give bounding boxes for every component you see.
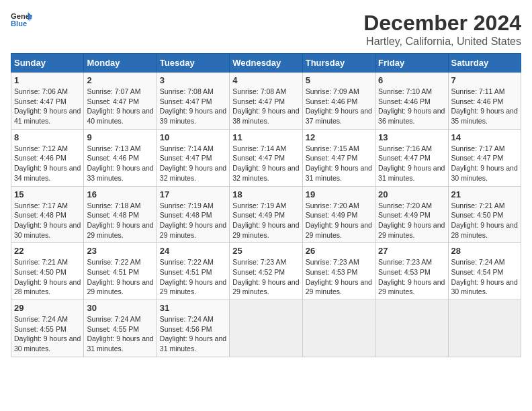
day-number: 31 <box>160 303 226 313</box>
day-number: 27 <box>378 246 445 256</box>
calendar-week-3: 15Sunrise: 7:17 AMSunset: 4:48 PMDayligh… <box>11 186 521 243</box>
calendar-cell: 14Sunrise: 7:17 AMSunset: 4:47 PMDayligh… <box>448 129 521 186</box>
logo-icon: General Blue <box>11 11 32 30</box>
day-number: 18 <box>232 189 299 199</box>
day-number: 17 <box>160 189 226 199</box>
day-info: Sunrise: 7:14 AMSunset: 4:47 PMDaylight:… <box>232 144 299 183</box>
day-info: Sunrise: 7:24 AMSunset: 4:55 PMDaylight:… <box>87 314 153 354</box>
weekday-header-monday: Monday <box>84 54 157 73</box>
day-info: Sunrise: 7:24 AMSunset: 4:54 PMDaylight:… <box>451 257 518 297</box>
calendar-week-1: 1Sunrise: 7:06 AMSunset: 4:47 PMDaylight… <box>11 73 521 130</box>
calendar-cell: 18Sunrise: 7:19 AMSunset: 4:49 PMDayligh… <box>230 186 302 243</box>
calendar-cell: 28Sunrise: 7:24 AMSunset: 4:54 PMDayligh… <box>448 243 521 300</box>
day-number: 12 <box>306 132 372 142</box>
day-info: Sunrise: 7:15 AMSunset: 4:47 PMDaylight:… <box>306 144 372 183</box>
calendar-cell: 29Sunrise: 7:24 AMSunset: 4:55 PMDayligh… <box>11 300 84 357</box>
calendar-cell: 7Sunrise: 7:11 AMSunset: 4:46 PMDaylight… <box>448 73 521 130</box>
day-info: Sunrise: 7:21 AMSunset: 4:50 PMDaylight:… <box>451 201 518 240</box>
calendar-cell: 24Sunrise: 7:22 AMSunset: 4:51 PMDayligh… <box>157 243 229 300</box>
calendar-cell: 27Sunrise: 7:23 AMSunset: 4:53 PMDayligh… <box>375 243 448 300</box>
day-info: Sunrise: 7:20 AMSunset: 4:49 PMDaylight:… <box>378 201 445 240</box>
day-info: Sunrise: 7:17 AMSunset: 4:48 PMDaylight:… <box>14 201 81 240</box>
day-number: 26 <box>306 246 372 256</box>
calendar-cell: 30Sunrise: 7:24 AMSunset: 4:55 PMDayligh… <box>84 300 157 357</box>
day-number: 4 <box>232 75 299 85</box>
subtitle: Hartley, California, United States <box>363 36 521 48</box>
day-info: Sunrise: 7:12 AMSunset: 4:46 PMDaylight:… <box>14 144 81 183</box>
calendar-cell: 25Sunrise: 7:23 AMSunset: 4:52 PMDayligh… <box>230 243 302 300</box>
logo: General Blue <box>11 11 32 30</box>
day-number: 15 <box>14 189 81 199</box>
calendar-cell: 9Sunrise: 7:13 AMSunset: 4:46 PMDaylight… <box>84 129 157 186</box>
calendar-cell: 11Sunrise: 7:14 AMSunset: 4:47 PMDayligh… <box>230 129 302 186</box>
calendar-cell: 6Sunrise: 7:10 AMSunset: 4:46 PMDaylight… <box>375 73 448 130</box>
calendar-week-5: 29Sunrise: 7:24 AMSunset: 4:55 PMDayligh… <box>11 300 521 357</box>
day-number: 16 <box>87 189 153 199</box>
weekday-header-sunday: Sunday <box>11 54 84 73</box>
day-info: Sunrise: 7:08 AMSunset: 4:47 PMDaylight:… <box>160 87 226 126</box>
day-number: 1 <box>14 75 81 85</box>
day-number: 5 <box>306 75 372 85</box>
day-number: 7 <box>451 75 518 85</box>
calendar-cell: 3Sunrise: 7:08 AMSunset: 4:47 PMDaylight… <box>157 73 229 130</box>
calendar-cell <box>230 300 302 357</box>
day-info: Sunrise: 7:18 AMSunset: 4:48 PMDaylight:… <box>87 201 153 240</box>
calendar-cell: 12Sunrise: 7:15 AMSunset: 4:47 PMDayligh… <box>302 129 375 186</box>
day-number: 8 <box>14 132 81 142</box>
day-info: Sunrise: 7:21 AMSunset: 4:50 PMDaylight:… <box>14 257 81 297</box>
calendar-cell: 15Sunrise: 7:17 AMSunset: 4:48 PMDayligh… <box>11 186 84 243</box>
day-info: Sunrise: 7:14 AMSunset: 4:47 PMDaylight:… <box>160 144 226 183</box>
calendar-cell <box>302 300 375 357</box>
svg-text:Blue: Blue <box>11 19 27 28</box>
calendar-cell: 13Sunrise: 7:16 AMSunset: 4:47 PMDayligh… <box>375 129 448 186</box>
day-number: 21 <box>451 189 518 199</box>
day-info: Sunrise: 7:24 AMSunset: 4:56 PMDaylight:… <box>160 314 226 354</box>
calendar-cell: 20Sunrise: 7:20 AMSunset: 4:49 PMDayligh… <box>375 186 448 243</box>
day-number: 29 <box>14 303 81 313</box>
day-number: 19 <box>306 189 372 199</box>
weekday-header-row: SundayMondayTuesdayWednesdayThursdayFrid… <box>11 54 521 73</box>
day-info: Sunrise: 7:22 AMSunset: 4:51 PMDaylight:… <box>160 257 226 297</box>
weekday-header-wednesday: Wednesday <box>230 54 302 73</box>
day-info: Sunrise: 7:13 AMSunset: 4:46 PMDaylight:… <box>87 144 153 183</box>
calendar-cell <box>375 300 448 357</box>
day-info: Sunrise: 7:19 AMSunset: 4:49 PMDaylight:… <box>232 201 299 240</box>
day-number: 6 <box>378 75 445 85</box>
header-area: General Blue December 2024 Hartley, Cali… <box>11 11 521 48</box>
calendar-cell: 8Sunrise: 7:12 AMSunset: 4:46 PMDaylight… <box>11 129 84 186</box>
day-number: 13 <box>378 132 445 142</box>
day-info: Sunrise: 7:08 AMSunset: 4:47 PMDaylight:… <box>232 87 299 126</box>
weekday-header-saturday: Saturday <box>448 54 521 73</box>
calendar-table: SundayMondayTuesdayWednesdayThursdayFrid… <box>11 53 521 357</box>
day-info: Sunrise: 7:17 AMSunset: 4:47 PMDaylight:… <box>451 144 518 183</box>
calendar-cell: 19Sunrise: 7:20 AMSunset: 4:49 PMDayligh… <box>302 186 375 243</box>
day-info: Sunrise: 7:10 AMSunset: 4:46 PMDaylight:… <box>378 87 445 126</box>
day-info: Sunrise: 7:24 AMSunset: 4:55 PMDaylight:… <box>14 314 81 354</box>
calendar-cell: 5Sunrise: 7:09 AMSunset: 4:46 PMDaylight… <box>302 73 375 130</box>
calendar-cell: 26Sunrise: 7:23 AMSunset: 4:53 PMDayligh… <box>302 243 375 300</box>
day-number: 20 <box>378 189 445 199</box>
day-number: 23 <box>87 246 153 256</box>
day-number: 9 <box>87 132 153 142</box>
day-number: 22 <box>14 246 81 256</box>
weekday-header-tuesday: Tuesday <box>157 54 229 73</box>
day-info: Sunrise: 7:16 AMSunset: 4:47 PMDaylight:… <box>378 144 445 183</box>
title-area: December 2024 Hartley, California, Unite… <box>363 11 521 48</box>
day-number: 30 <box>87 303 153 313</box>
day-number: 25 <box>232 246 299 256</box>
calendar-week-4: 22Sunrise: 7:21 AMSunset: 4:50 PMDayligh… <box>11 243 521 300</box>
calendar-cell: 2Sunrise: 7:07 AMSunset: 4:47 PMDaylight… <box>84 73 157 130</box>
day-number: 11 <box>232 132 299 142</box>
day-info: Sunrise: 7:11 AMSunset: 4:46 PMDaylight:… <box>451 87 518 126</box>
day-number: 28 <box>451 246 518 256</box>
day-info: Sunrise: 7:09 AMSunset: 4:46 PMDaylight:… <box>306 87 372 126</box>
calendar-week-2: 8Sunrise: 7:12 AMSunset: 4:46 PMDaylight… <box>11 129 521 186</box>
day-info: Sunrise: 7:23 AMSunset: 4:53 PMDaylight:… <box>306 257 372 297</box>
day-number: 10 <box>160 132 226 142</box>
calendar-cell: 17Sunrise: 7:19 AMSunset: 4:48 PMDayligh… <box>157 186 229 243</box>
calendar-cell: 10Sunrise: 7:14 AMSunset: 4:47 PMDayligh… <box>157 129 229 186</box>
day-number: 24 <box>160 246 226 256</box>
day-info: Sunrise: 7:23 AMSunset: 4:52 PMDaylight:… <box>232 257 299 297</box>
main-title: December 2024 <box>363 11 521 36</box>
day-info: Sunrise: 7:06 AMSunset: 4:47 PMDaylight:… <box>14 87 81 126</box>
